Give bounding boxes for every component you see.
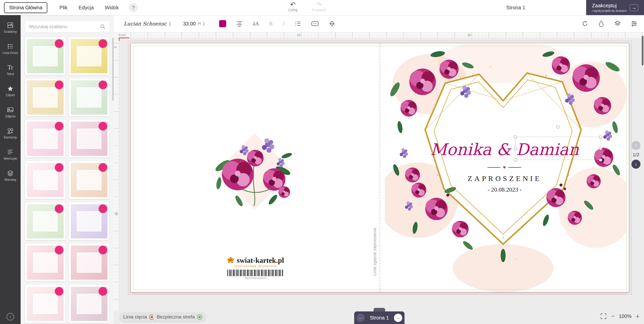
template-thumbnail[interactable] [69,120,109,158]
price-badge [99,39,107,48]
home-button[interactable]: Strona Główna [4,2,47,13]
layers-button[interactable] [614,20,621,27]
rotate-button[interactable] [582,20,588,27]
text-color-swatch[interactable] [219,20,226,27]
sidebar-item-tekst[interactable]: Tr Tekst [0,59,21,81]
search-input[interactable] [29,24,100,29]
cut-line-toggle[interactable]: Linia cięcia [119,312,158,322]
letter-spacing-icon [311,21,319,27]
align-button[interactable] [236,20,243,27]
fullscreen-icon[interactable] [600,313,607,319]
accept-send-button[interactable]: Zaakceptuj i wyślij projekt do drukarni … [586,0,644,15]
letter-case-icon: āA [253,21,259,27]
templates-icon [7,22,14,28]
template-thumbnail[interactable] [69,285,109,323]
font-size-stepper[interactable]: ▲ ▼ [203,21,205,26]
invitation-title-text[interactable]: ZAPROSZENIE [459,174,550,183]
list-button[interactable] [295,20,301,27]
bouquet-graphic[interactable] [204,120,304,221]
sidebar-item-elementy[interactable]: Elementy [0,123,21,144]
bold-button[interactable]: B [269,21,273,27]
price-badge [99,163,107,172]
main-menu: Plik Edycja Widok [59,5,119,11]
menu-file[interactable]: Plik [59,5,67,11]
template-thumbnail[interactable] [69,37,109,75]
redo-button[interactable]: ↷ Przywróć [309,1,329,12]
font-family-stepper[interactable]: ▲ ▼ [169,21,171,26]
page-nav-handle[interactable] [374,308,385,311]
selection-handle[interactable] [514,158,517,162]
menu-view[interactable]: Widok [105,5,119,11]
stepper-up-icon: ▲ [169,21,171,24]
divider-line [488,167,500,168]
font-size-input[interactable]: 33.00 [183,21,196,27]
page-down-button[interactable]: ↓ [631,160,640,169]
safe-zone-toggle[interactable]: Bezpieczna strefa [153,312,206,322]
sidebar-item-lista-gosci[interactable]: Lista Gości [0,38,21,59]
sidebar-item-zdjecia[interactable]: Zdjęcia [0,102,21,123]
template-thumbnail[interactable] [25,120,65,158]
price-badge [55,287,63,296]
template-search[interactable] [25,21,109,32]
zoom-in-button[interactable]: + [636,313,639,319]
panel-scrollbar[interactable] [112,38,114,101]
template-thumbnail[interactable] [69,161,109,199]
page-indicator: Strona 1 [499,5,532,11]
zoom-level-label: 100% [619,313,632,319]
settings-button[interactable] [631,20,637,27]
menu-edit[interactable]: Edycja [79,5,94,11]
fill-color-button[interactable] [329,20,335,27]
sidebar-item-clipart[interactable]: Clipart [0,81,21,102]
info-button[interactable]: i [7,313,14,320]
template-thumbnail[interactable] [25,202,65,240]
invitation-date-text[interactable]: - 20.08.2023 - [459,186,550,193]
previous-page-button[interactable]: ← [356,314,365,322]
help-button[interactable]: ? [129,3,138,12]
next-page-button[interactable]: → [394,314,402,322]
canvas-scrollbar[interactable] [642,36,643,65]
fold-line [380,44,380,292]
ruler-label: 20 [467,33,471,37]
sidebar-item-label: Szablony [4,30,17,33]
template-thumbnail[interactable] [25,79,65,116]
horizontal-ruler: 0 cm 10 20 [114,32,644,39]
template-thumbnail[interactable] [69,244,109,281]
vertical-ruler: 0 10 [114,39,119,311]
layers-icon [7,170,14,176]
selection-handle[interactable] [599,158,602,162]
stepper-up-icon: ▲ [203,21,205,24]
text-toolbar: Lucian Schoenschrift CAT ▲ ▼ 33.00 Pt ▲ … [114,15,644,32]
font-family-select[interactable]: Lucian Schoenschrift CAT [124,21,167,27]
sidebar-item-label: Wierszyki [4,157,17,160]
selection-handle[interactable] [514,135,517,138]
letter-spacing-button[interactable] [311,21,319,27]
template-thumbnail[interactable] [69,79,109,116]
italic-button[interactable]: I [283,21,285,27]
undo-button[interactable]: ↶ Cofnij [283,1,303,12]
transparency-button[interactable] [598,20,604,27]
zoom-controls: − 100% + [600,313,639,319]
arrow-right-icon: → [630,4,638,11]
selection-box[interactable] [515,137,600,160]
price-badge [99,122,107,130]
template-thumbnail[interactable] [25,161,65,199]
ruler-label: 0 [113,46,117,48]
printer-logo: swiat-kartek.pl internetowa drukarnia ht… [221,256,289,279]
sidebar-item-warstwy[interactable]: Warstwy [0,165,21,186]
droplet-icon [598,20,604,27]
letter-case-button[interactable]: āA [253,21,259,27]
selection-handle[interactable] [514,147,517,150]
selection-handle[interactable] [599,135,602,138]
template-thumbnail[interactable] [25,37,65,75]
template-thumbnail[interactable] [25,285,65,323]
redo-label: Przywróć [312,8,326,12]
zoom-out-button[interactable]: − [611,313,615,319]
page-up-button[interactable]: ↑ [631,141,640,150]
template-thumbnail[interactable] [69,202,109,240]
sidebar-item-szablony[interactable]: Szablony [0,17,21,38]
sidebar-item-wierszyki[interactable]: Wierszyki [0,144,21,165]
rotation-handle[interactable] [556,125,559,128]
italic-icon: I [283,21,285,27]
template-thumbnail[interactable] [25,244,65,281]
selection-handle[interactable] [599,147,602,150]
